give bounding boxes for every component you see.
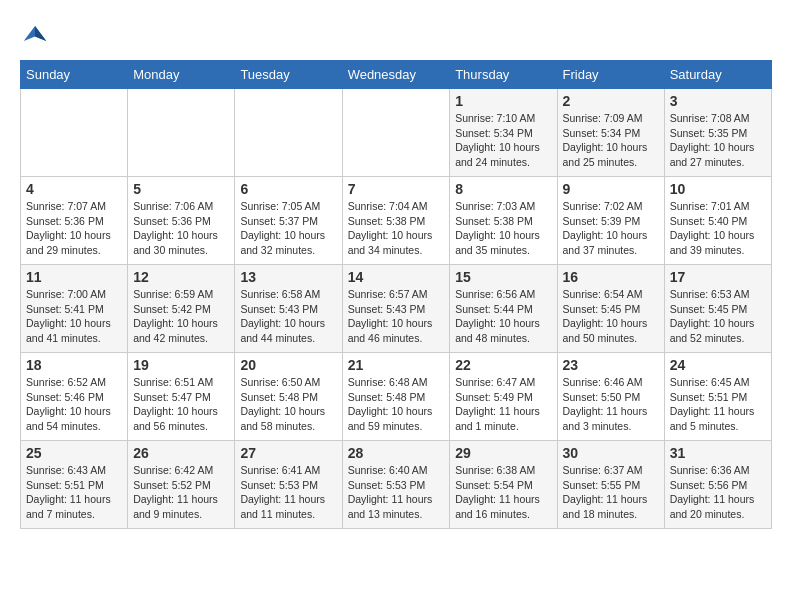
day-info: Sunrise: 6:37 AM Sunset: 5:55 PM Dayligh… [563,463,659,522]
logo [20,20,54,50]
day-number: 14 [348,269,445,285]
weekday-header-monday: Monday [128,61,235,89]
calendar-cell: 30Sunrise: 6:37 AM Sunset: 5:55 PM Dayli… [557,441,664,529]
calendar-week-row: 25Sunrise: 6:43 AM Sunset: 5:51 PM Dayli… [21,441,772,529]
calendar-cell: 15Sunrise: 6:56 AM Sunset: 5:44 PM Dayli… [450,265,557,353]
day-number: 9 [563,181,659,197]
calendar-cell: 13Sunrise: 6:58 AM Sunset: 5:43 PM Dayli… [235,265,342,353]
weekday-header-saturday: Saturday [664,61,771,89]
day-number: 16 [563,269,659,285]
day-info: Sunrise: 6:43 AM Sunset: 5:51 PM Dayligh… [26,463,122,522]
calendar-cell: 27Sunrise: 6:41 AM Sunset: 5:53 PM Dayli… [235,441,342,529]
calendar-week-row: 1Sunrise: 7:10 AM Sunset: 5:34 PM Daylig… [21,89,772,177]
day-number: 6 [240,181,336,197]
day-info: Sunrise: 6:36 AM Sunset: 5:56 PM Dayligh… [670,463,766,522]
day-info: Sunrise: 7:10 AM Sunset: 5:34 PM Dayligh… [455,111,551,170]
calendar-cell: 9Sunrise: 7:02 AM Sunset: 5:39 PM Daylig… [557,177,664,265]
weekday-header-wednesday: Wednesday [342,61,450,89]
calendar-cell: 31Sunrise: 6:36 AM Sunset: 5:56 PM Dayli… [664,441,771,529]
calendar-cell: 8Sunrise: 7:03 AM Sunset: 5:38 PM Daylig… [450,177,557,265]
day-info: Sunrise: 6:58 AM Sunset: 5:43 PM Dayligh… [240,287,336,346]
day-number: 13 [240,269,336,285]
calendar-cell: 25Sunrise: 6:43 AM Sunset: 5:51 PM Dayli… [21,441,128,529]
day-number: 27 [240,445,336,461]
day-info: Sunrise: 6:57 AM Sunset: 5:43 PM Dayligh… [348,287,445,346]
day-number: 8 [455,181,551,197]
calendar-cell: 29Sunrise: 6:38 AM Sunset: 5:54 PM Dayli… [450,441,557,529]
calendar-header-row: SundayMondayTuesdayWednesdayThursdayFrid… [21,61,772,89]
calendar-cell: 3Sunrise: 7:08 AM Sunset: 5:35 PM Daylig… [664,89,771,177]
calendar-cell [21,89,128,177]
day-info: Sunrise: 6:42 AM Sunset: 5:52 PM Dayligh… [133,463,229,522]
day-number: 23 [563,357,659,373]
day-number: 12 [133,269,229,285]
day-number: 7 [348,181,445,197]
day-info: Sunrise: 7:06 AM Sunset: 5:36 PM Dayligh… [133,199,229,258]
calendar-cell: 22Sunrise: 6:47 AM Sunset: 5:49 PM Dayli… [450,353,557,441]
calendar-cell: 2Sunrise: 7:09 AM Sunset: 5:34 PM Daylig… [557,89,664,177]
day-info: Sunrise: 7:01 AM Sunset: 5:40 PM Dayligh… [670,199,766,258]
day-number: 2 [563,93,659,109]
day-info: Sunrise: 6:48 AM Sunset: 5:48 PM Dayligh… [348,375,445,434]
day-number: 31 [670,445,766,461]
day-info: Sunrise: 7:08 AM Sunset: 5:35 PM Dayligh… [670,111,766,170]
calendar-cell: 20Sunrise: 6:50 AM Sunset: 5:48 PM Dayli… [235,353,342,441]
calendar-cell [235,89,342,177]
day-number: 28 [348,445,445,461]
day-number: 17 [670,269,766,285]
svg-marker-1 [35,26,46,41]
day-number: 1 [455,93,551,109]
day-number: 20 [240,357,336,373]
calendar-cell: 23Sunrise: 6:46 AM Sunset: 5:50 PM Dayli… [557,353,664,441]
page-header [20,20,772,50]
calendar-cell: 5Sunrise: 7:06 AM Sunset: 5:36 PM Daylig… [128,177,235,265]
day-info: Sunrise: 7:07 AM Sunset: 5:36 PM Dayligh… [26,199,122,258]
day-number: 3 [670,93,766,109]
calendar-cell [128,89,235,177]
calendar-cell: 4Sunrise: 7:07 AM Sunset: 5:36 PM Daylig… [21,177,128,265]
day-info: Sunrise: 6:52 AM Sunset: 5:46 PM Dayligh… [26,375,122,434]
day-info: Sunrise: 6:56 AM Sunset: 5:44 PM Dayligh… [455,287,551,346]
calendar-cell: 7Sunrise: 7:04 AM Sunset: 5:38 PM Daylig… [342,177,450,265]
weekday-header-sunday: Sunday [21,61,128,89]
day-number: 11 [26,269,122,285]
day-info: Sunrise: 7:05 AM Sunset: 5:37 PM Dayligh… [240,199,336,258]
calendar-week-row: 11Sunrise: 7:00 AM Sunset: 5:41 PM Dayli… [21,265,772,353]
day-info: Sunrise: 6:59 AM Sunset: 5:42 PM Dayligh… [133,287,229,346]
weekday-header-tuesday: Tuesday [235,61,342,89]
day-info: Sunrise: 6:40 AM Sunset: 5:53 PM Dayligh… [348,463,445,522]
day-info: Sunrise: 7:00 AM Sunset: 5:41 PM Dayligh… [26,287,122,346]
day-info: Sunrise: 6:41 AM Sunset: 5:53 PM Dayligh… [240,463,336,522]
calendar-cell: 18Sunrise: 6:52 AM Sunset: 5:46 PM Dayli… [21,353,128,441]
calendar-week-row: 4Sunrise: 7:07 AM Sunset: 5:36 PM Daylig… [21,177,772,265]
day-number: 22 [455,357,551,373]
day-info: Sunrise: 7:09 AM Sunset: 5:34 PM Dayligh… [563,111,659,170]
calendar-cell [342,89,450,177]
weekday-header-thursday: Thursday [450,61,557,89]
day-info: Sunrise: 6:54 AM Sunset: 5:45 PM Dayligh… [563,287,659,346]
calendar-cell: 19Sunrise: 6:51 AM Sunset: 5:47 PM Dayli… [128,353,235,441]
day-number: 10 [670,181,766,197]
calendar-week-row: 18Sunrise: 6:52 AM Sunset: 5:46 PM Dayli… [21,353,772,441]
weekday-header-friday: Friday [557,61,664,89]
calendar-cell: 26Sunrise: 6:42 AM Sunset: 5:52 PM Dayli… [128,441,235,529]
calendar-cell: 16Sunrise: 6:54 AM Sunset: 5:45 PM Dayli… [557,265,664,353]
day-info: Sunrise: 6:45 AM Sunset: 5:51 PM Dayligh… [670,375,766,434]
calendar-cell: 11Sunrise: 7:00 AM Sunset: 5:41 PM Dayli… [21,265,128,353]
day-number: 25 [26,445,122,461]
day-info: Sunrise: 6:38 AM Sunset: 5:54 PM Dayligh… [455,463,551,522]
day-number: 21 [348,357,445,373]
day-info: Sunrise: 7:03 AM Sunset: 5:38 PM Dayligh… [455,199,551,258]
day-info: Sunrise: 7:04 AM Sunset: 5:38 PM Dayligh… [348,199,445,258]
day-number: 30 [563,445,659,461]
calendar-cell: 1Sunrise: 7:10 AM Sunset: 5:34 PM Daylig… [450,89,557,177]
day-number: 18 [26,357,122,373]
day-info: Sunrise: 6:51 AM Sunset: 5:47 PM Dayligh… [133,375,229,434]
calendar-cell: 10Sunrise: 7:01 AM Sunset: 5:40 PM Dayli… [664,177,771,265]
calendar-table: SundayMondayTuesdayWednesdayThursdayFrid… [20,60,772,529]
day-info: Sunrise: 7:02 AM Sunset: 5:39 PM Dayligh… [563,199,659,258]
calendar-cell: 12Sunrise: 6:59 AM Sunset: 5:42 PM Dayli… [128,265,235,353]
day-number: 4 [26,181,122,197]
day-number: 24 [670,357,766,373]
day-info: Sunrise: 6:50 AM Sunset: 5:48 PM Dayligh… [240,375,336,434]
